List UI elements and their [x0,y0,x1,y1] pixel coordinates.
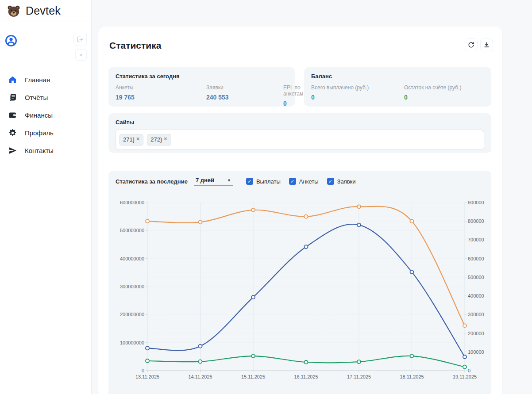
data-point-marker[interactable] [463,365,466,369]
axis-tick-label: 15.11.2025 [241,374,265,379]
axis-tick-label: 0 [142,368,144,373]
stat-label: Анкеты [116,84,206,91]
data-point-marker[interactable] [305,360,308,364]
stat-label: Заявки [206,84,283,91]
axis-tick-label: 300000000 [120,284,144,289]
axis-tick-label: 100000000 [120,340,144,345]
checkbox-checked-icon: ✓ [289,178,296,185]
sidebar-item-3[interactable]: Финансы [0,106,91,124]
series-checkbox-2[interactable]: ✓Анкеты [289,178,319,185]
axis-tick-label: 14.11.2025 [188,374,212,379]
sidebar-item-5[interactable]: Контакты [0,142,91,159]
data-point-marker[interactable] [199,220,202,224]
sidebar-item-label: Финансы [25,111,53,119]
logout-icon[interactable] [73,33,87,46]
axis-tick-label: 100000 [468,349,484,355]
stat-value: 240 553 [206,94,283,101]
collapse-sidebar-icon[interactable]: « [75,49,87,61]
sites-panel: Сайты 271}✕272}✕ [108,113,491,153]
sidebar-item-2[interactable]: Отчёты [0,88,91,106]
main-content: Статистика Статистика за сегодня Анкеты1… [98,27,502,394]
page-title: Статистика [109,40,161,51]
sites-multiselect-input[interactable]: 271}✕272}✕ [116,130,484,150]
series-checkbox-label: Выплаты [256,178,281,185]
site-tag: 271}✕ [120,134,143,146]
data-point-marker[interactable] [410,354,414,358]
brand-name: Devtek [26,4,61,17]
period-select[interactable]: 7 дней ▼ [194,177,233,186]
axis-tick-label: 200000000 [120,312,144,317]
checkbox-checked-icon: ✓ [246,178,253,185]
sidebar-item-4[interactable]: Профиль [0,124,91,142]
data-point-marker[interactable] [199,360,202,363]
close-icon[interactable]: ✕ [163,136,167,142]
axis-tick-label: 900000 [468,200,484,205]
chart-header: Статистика за последние 7 дней ▼ ✓Выплат… [116,177,484,186]
close-icon[interactable]: ✕ [136,136,140,142]
sidebar-item-label: Контакты [25,147,54,154]
data-point-marker[interactable] [410,270,414,274]
line-chart[interactable]: 0100000000200000000300000000400000000500… [108,191,491,394]
balance-title: Баланс [311,73,484,80]
data-point-marker[interactable] [251,295,255,299]
data-point-marker[interactable] [357,223,361,227]
axis-tick-label: 400000000 [120,256,144,261]
stat-value: 0 [283,100,303,107]
data-point-marker[interactable] [199,344,202,348]
axis-tick-label: 0 [468,368,470,373]
reports-icon [8,93,17,102]
site-tag: 272}✕ [147,134,171,146]
axis-tick-label: 600000000 [120,200,144,205]
axis-tick-label: 500000000 [120,228,144,233]
series-checkboxes: ✓Выплаты✓Анкеты✓Заявки [246,178,356,185]
stat-item: Заявки240 553 [206,84,283,107]
site-tag-label: 271} [123,136,135,144]
sidebar-item-1[interactable]: Главная [0,71,91,88]
wallet-icon [8,111,17,120]
dashboard-page: { "sidebar": { "logo_text": "Devtek", "l… [0,0,532,394]
axis-tick-label: 700000 [468,237,484,242]
data-point-marker[interactable] [146,359,149,363]
stat-value: 0 [404,94,484,101]
axis-tick-label: 17.11.2025 [347,374,371,379]
data-point-marker[interactable] [463,324,466,327]
series-checkbox-1[interactable]: ✓Выплаты [246,178,281,185]
stat-item: EPL по анкетам0 [283,84,303,107]
logo: Devtek [0,0,91,22]
site-tag-label: 272} [150,136,162,144]
data-point-marker[interactable] [305,245,308,249]
today-stats-title: Статистика за сегодня [116,73,288,80]
settings-icon [8,128,17,138]
data-point-marker[interactable] [146,219,149,223]
axis-tick-label: 16.11.2025 [294,374,318,379]
data-point-marker[interactable] [251,208,255,212]
home-icon [8,75,17,84]
period-value: 7 дней [196,177,214,184]
axis-tick-label: 19.11.2025 [453,374,477,379]
data-point-marker[interactable] [410,219,414,223]
refresh-icon[interactable] [465,38,478,51]
stat-label: EPL по анкетам [283,84,303,97]
series-checkbox-label: Заявки [337,178,356,185]
bear-icon [6,4,21,18]
chart-title: Статистика за последние [116,178,188,185]
checkbox-checked-icon: ✓ [327,178,334,185]
balance-stats-grid: Всего выплачено (руб.)0Остаток на счёте … [311,84,484,101]
download-icon[interactable] [480,38,493,51]
data-point-marker[interactable] [251,354,255,358]
data-point-marker[interactable] [305,215,308,218]
series-checkbox-label: Анкеты [299,178,319,185]
data-point-marker[interactable] [463,355,466,359]
sidebar-item-label: Отчёты [25,94,48,101]
data-point-marker[interactable] [146,346,149,350]
data-point-marker[interactable] [357,360,361,363]
stat-item: Анкеты19 765 [116,84,206,107]
sidebar-item-label: Профиль [25,129,54,137]
axis-tick-label: 400000 [468,293,484,298]
data-point-marker[interactable] [357,205,361,208]
sites-title: Сайты [116,119,484,126]
sidebar: Devtek « ГлавнаяОтчётыФинансыПрофильКонт… [0,0,92,394]
user-circle-icon[interactable] [4,34,18,48]
series-checkbox-3[interactable]: ✓Заявки [327,178,356,185]
stat-value: 19 765 [116,94,206,101]
